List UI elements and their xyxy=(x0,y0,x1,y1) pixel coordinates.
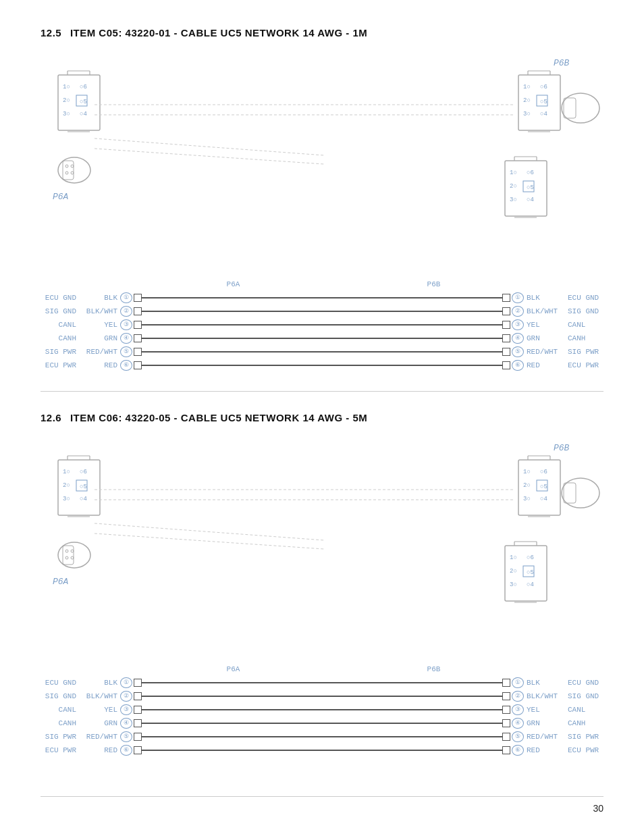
svg-rect-82 xyxy=(63,546,74,565)
pin-row-4-6: CANH GRN ④ ④ GRN CANH xyxy=(41,718,603,729)
svg-text:P6B: P6B xyxy=(554,58,570,68)
svg-text:1○: 1○ xyxy=(523,84,531,90)
p6b-header-label-2: P6B xyxy=(345,665,522,673)
left-wire-3-5: YEL xyxy=(80,321,120,329)
left-circle-5-5: ⑤ xyxy=(120,346,132,357)
page: 12.5 ITEM C05: 43220-01 - CABLE UC5 NETW… xyxy=(0,0,644,799)
right-wire-3-6: YEL xyxy=(524,706,564,714)
svg-point-33 xyxy=(65,165,68,167)
bottom-border xyxy=(41,796,603,797)
pin-row-5-6: SIG PWR RED/WHT ⑤ ⑤ RED/WHT SIG PWR xyxy=(41,731,603,742)
right-sig-4-6: CANH xyxy=(564,719,603,727)
cable-diagram-12-6: 1○ ○6 2○ ○5 3○ ○4 1○ xyxy=(41,436,603,665)
right-sig-5-5: SIG PWR xyxy=(564,348,603,356)
right-wire-6-6: RED xyxy=(524,746,564,754)
wire-line-3-5 xyxy=(142,324,502,325)
left-circle-4-6: ④ xyxy=(120,718,132,729)
svg-text:○4: ○4 xyxy=(527,581,534,588)
left-sig-2-6: SIG GND xyxy=(41,692,80,700)
left-sig-1-5: ECU GND xyxy=(41,294,80,302)
left-sq-5-6 xyxy=(134,733,142,741)
svg-text:3○: 3○ xyxy=(510,581,517,588)
left-sq-4-6 xyxy=(134,719,142,727)
right-circle-5-6: ⑤ xyxy=(512,731,524,742)
svg-text:P6A: P6A xyxy=(53,192,69,202)
diagram-svg-12-6: 1○ ○6 2○ ○5 3○ ○4 1○ xyxy=(41,436,608,652)
right-sig-2-6: SIG GND xyxy=(564,692,603,700)
svg-text:○6: ○6 xyxy=(527,170,534,176)
svg-text:2○: 2○ xyxy=(523,97,531,104)
right-sq-6-6 xyxy=(502,746,510,754)
left-wire-2-6: BLK/WHT xyxy=(80,692,120,700)
pin-row-3-5: CANL YEL ③ ③ YEL CANL xyxy=(41,319,603,330)
right-wire-1-5: BLK xyxy=(524,294,564,302)
left-wire-4-6: GRN xyxy=(80,719,120,727)
left-wire-1-5: BLK xyxy=(80,294,120,302)
svg-text:○5: ○5 xyxy=(80,99,87,105)
left-sq-1-5 xyxy=(134,294,142,302)
svg-point-35 xyxy=(65,172,68,174)
svg-text:2○: 2○ xyxy=(510,568,517,575)
left-sq-2-6 xyxy=(134,692,142,700)
svg-text:○4: ○4 xyxy=(540,496,547,502)
pin-row-2-5: SIG GND BLK/WHT ② ② BLK/WHT SIG GND xyxy=(41,306,603,317)
svg-text:○4: ○4 xyxy=(527,197,534,203)
svg-text:1○: 1○ xyxy=(523,469,531,475)
svg-text:○5: ○5 xyxy=(540,99,547,105)
cable-diagram-12-5: 1○ ○6 2○ ○5 3○ ○4 xyxy=(41,51,603,280)
section-divider xyxy=(41,391,603,392)
right-circle-3-5: ③ xyxy=(512,319,524,330)
pin-row-1-6: ECU GND BLK ① ① BLK ECU GND xyxy=(41,677,603,688)
svg-point-34 xyxy=(71,165,74,167)
svg-text:3○: 3○ xyxy=(523,111,531,118)
left-circle-1-5: ① xyxy=(120,292,132,303)
right-sig-4-5: CANH xyxy=(564,334,603,342)
section-12-5: 12.5 ITEM C05: 43220-01 - CABLE UC5 NETW… xyxy=(41,27,603,371)
left-circle-2-5: ② xyxy=(120,306,132,317)
svg-text:2○: 2○ xyxy=(510,183,517,190)
right-circle-6-5: ⑥ xyxy=(512,360,524,371)
right-sig-6-6: ECU PWR xyxy=(564,746,603,754)
right-sig-1-6: ECU GND xyxy=(564,679,603,687)
left-sig-6-5: ECU PWR xyxy=(41,361,80,369)
wire-line-4-5 xyxy=(142,338,502,339)
left-sq-4-5 xyxy=(134,334,142,342)
right-circle-1-5: ① xyxy=(512,292,524,303)
right-wire-1-6: BLK xyxy=(524,679,564,687)
svg-text:3○: 3○ xyxy=(510,197,517,203)
svg-text:2○: 2○ xyxy=(63,97,70,104)
right-sq-5-6 xyxy=(502,733,510,741)
right-circle-2-6: ② xyxy=(512,691,524,702)
pin-row-2-6: SIG GND BLK/WHT ② ② BLK/WHT SIG GND xyxy=(41,691,603,702)
right-sq-3-5 xyxy=(502,321,510,329)
left-sq-1-6 xyxy=(134,679,142,687)
svg-point-83 xyxy=(65,550,68,552)
left-wire-4-5: GRN xyxy=(80,334,120,342)
left-sig-3-5: CANL xyxy=(41,321,80,329)
left-circle-3-6: ③ xyxy=(120,704,132,715)
left-sig-2-5: SIG GND xyxy=(41,307,80,315)
left-sig-3-6: CANL xyxy=(41,706,80,714)
pin-row-6-6: ECU PWR RED ⑥ ⑥ RED ECU PWR xyxy=(41,745,603,756)
svg-text:○6: ○6 xyxy=(80,84,87,90)
left-sq-6-6 xyxy=(134,746,142,754)
right-sq-4-6 xyxy=(502,719,510,727)
right-circle-4-5: ④ xyxy=(512,333,524,344)
left-sq-5-5 xyxy=(134,348,142,356)
left-sig-4-5: CANH xyxy=(41,334,80,342)
right-circle-3-6: ③ xyxy=(512,704,524,715)
left-circle-4-5: ④ xyxy=(120,333,132,344)
right-sig-1-5: ECU GND xyxy=(564,294,603,302)
left-sq-6-5 xyxy=(134,361,142,369)
right-wire-5-6: RED/WHT xyxy=(524,733,564,741)
svg-text:○4: ○4 xyxy=(540,111,547,118)
right-wire-3-5: YEL xyxy=(524,321,564,329)
left-sig-5-6: SIG PWR xyxy=(41,733,80,741)
right-wire-2-6: BLK/WHT xyxy=(524,692,564,700)
svg-text:3○: 3○ xyxy=(63,111,70,118)
right-sig-6-5: ECU PWR xyxy=(564,361,603,369)
left-wire-2-5: BLK/WHT xyxy=(80,307,120,315)
pin-row-3-6: CANL YEL ③ ③ YEL CANL xyxy=(41,704,603,715)
right-sq-2-5 xyxy=(502,307,510,315)
svg-line-80 xyxy=(95,533,324,549)
